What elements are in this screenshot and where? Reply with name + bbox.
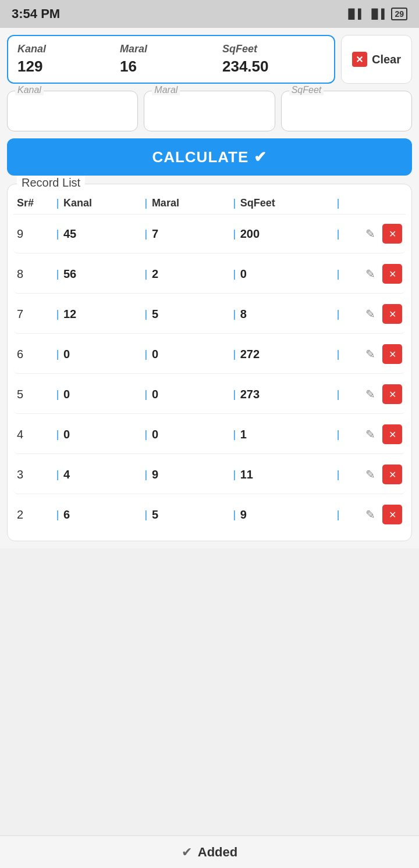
- row-sep-1: |: [52, 509, 63, 521]
- row-sqfeet: 273: [240, 388, 332, 401]
- status-bar: 3:54 PM ▐▌▌ ▐▌▌ 29: [0, 0, 419, 28]
- row-sr: 2: [17, 508, 52, 521]
- calculate-button[interactable]: CALCULATE ✔: [7, 138, 412, 176]
- edit-button[interactable]: ✎: [363, 505, 378, 524]
- row-actions: ✎ ✕: [344, 384, 402, 404]
- row-sep-1: |: [52, 308, 63, 320]
- row-sqfeet: 0: [240, 267, 332, 281]
- row-maral: 0: [152, 428, 229, 441]
- row-sep-1: |: [52, 428, 63, 441]
- header-sep-3: |: [229, 197, 240, 209]
- row-kanal: 12: [63, 308, 140, 321]
- delete-button[interactable]: ✕: [382, 505, 402, 524]
- row-kanal: 45: [63, 227, 140, 241]
- row-sqfeet: 200: [240, 227, 332, 241]
- row-sep-1: |: [52, 268, 63, 280]
- row-maral: 2: [152, 267, 229, 281]
- maral-input[interactable]: [144, 91, 275, 131]
- row-sep-3: |: [229, 388, 240, 401]
- table-row: 9 | 45 | 7 | 200 | ✎ ✕: [13, 215, 406, 253]
- row-sep-3: |: [229, 268, 240, 280]
- result-label-kanal: Kanal: [17, 43, 120, 55]
- row-kanal: 6: [63, 508, 140, 521]
- delete-button[interactable]: ✕: [382, 264, 402, 284]
- edit-button[interactable]: ✎: [363, 465, 378, 484]
- header-kanal: Kanal: [63, 197, 140, 209]
- row-sep-4: |: [332, 308, 344, 320]
- input-row: Kanal Maral SqFeet: [7, 91, 412, 131]
- edit-button[interactable]: ✎: [363, 385, 378, 403]
- result-display: Kanal Maral SqFeet 129 16 234.50: [7, 35, 335, 84]
- edit-button[interactable]: ✎: [363, 345, 378, 363]
- header-sep-2: |: [140, 197, 152, 209]
- header-sep-4: |: [332, 197, 344, 209]
- result-labels: Kanal Maral SqFeet: [17, 43, 325, 55]
- sqfeet-input[interactable]: [281, 91, 412, 131]
- edit-button[interactable]: ✎: [363, 224, 378, 243]
- result-value-kanal: 129: [17, 58, 120, 76]
- row-sep-2: |: [140, 388, 152, 401]
- added-text: Added: [198, 845, 237, 860]
- edit-button[interactable]: ✎: [363, 265, 378, 283]
- delete-button[interactable]: ✕: [382, 344, 402, 364]
- maral-input-label: Maral: [152, 85, 180, 95]
- signal-icon: ▐▌▌: [345, 9, 364, 19]
- row-sep-3: |: [229, 469, 240, 481]
- delete-button[interactable]: ✕: [382, 224, 402, 244]
- result-values: 129 16 234.50: [17, 58, 325, 76]
- added-check-icon: ✔: [182, 845, 192, 860]
- maral-input-wrap: Maral: [144, 91, 275, 131]
- clear-x-icon: ✕: [352, 52, 367, 67]
- row-sep-3: |: [229, 428, 240, 441]
- battery-icon: 29: [391, 8, 407, 20]
- row-sep-4: |: [332, 268, 344, 280]
- row-sep-2: |: [140, 268, 152, 280]
- delete-button[interactable]: ✕: [382, 384, 402, 404]
- main-content: Kanal Maral SqFeet 129 16 234.50 ✕ Clear…: [0, 28, 419, 548]
- header-maral: Maral: [152, 197, 229, 209]
- row-sr: 5: [17, 388, 52, 401]
- row-maral: 5: [152, 308, 229, 321]
- row-sqfeet: 8: [240, 308, 332, 321]
- row-sep-4: |: [332, 469, 344, 481]
- delete-button[interactable]: ✕: [382, 465, 402, 484]
- table-body: 9 | 45 | 7 | 200 | ✎ ✕ 8 | 56 | 2 | 0 | …: [13, 215, 406, 534]
- row-sep-2: |: [140, 509, 152, 521]
- row-sep-3: |: [229, 509, 240, 521]
- row-maral: 0: [152, 388, 229, 401]
- status-icons: ▐▌▌ ▐▌▌ 29: [345, 8, 407, 20]
- row-sep-1: |: [52, 228, 63, 240]
- record-section: Record List Sr# | Kanal | Maral | SqFeet…: [7, 184, 412, 541]
- delete-button[interactable]: ✕: [382, 304, 402, 324]
- row-sr: 9: [17, 227, 52, 241]
- kanal-input-label: Kanal: [15, 85, 44, 95]
- edit-button[interactable]: ✎: [363, 305, 378, 323]
- delete-button[interactable]: ✕: [382, 424, 402, 444]
- row-sep-4: |: [332, 348, 344, 360]
- row-actions: ✎ ✕: [344, 304, 402, 324]
- calculate-label: CALCULATE ✔: [152, 148, 267, 166]
- record-list-title: Record List: [17, 176, 85, 190]
- row-kanal: 0: [63, 388, 140, 401]
- kanal-input[interactable]: [7, 91, 138, 131]
- row-maral: 7: [152, 227, 229, 241]
- row-actions: ✎ ✕: [344, 465, 402, 484]
- row-maral: 9: [152, 468, 229, 481]
- row-sep-2: |: [140, 469, 152, 481]
- result-row: Kanal Maral SqFeet 129 16 234.50 ✕ Clear: [7, 35, 412, 84]
- sqfeet-input-wrap: SqFeet: [281, 91, 412, 131]
- row-sqfeet: 11: [240, 468, 332, 481]
- edit-button[interactable]: ✎: [363, 425, 378, 444]
- table-row: 4 | 0 | 0 | 1 | ✎ ✕: [13, 415, 406, 454]
- row-sr: 8: [17, 267, 52, 281]
- signal-icon-2: ▐▌▌: [368, 9, 388, 19]
- table-row: 6 | 0 | 0 | 272 | ✎ ✕: [13, 335, 406, 374]
- row-sep-2: |: [140, 348, 152, 360]
- row-maral: 5: [152, 508, 229, 521]
- row-sep-3: |: [229, 348, 240, 360]
- row-sr: 3: [17, 468, 52, 481]
- clear-button[interactable]: ✕ Clear: [341, 35, 412, 84]
- row-sep-4: |: [332, 509, 344, 521]
- status-time: 3:54 PM: [12, 6, 60, 22]
- row-sqfeet: 1: [240, 428, 332, 441]
